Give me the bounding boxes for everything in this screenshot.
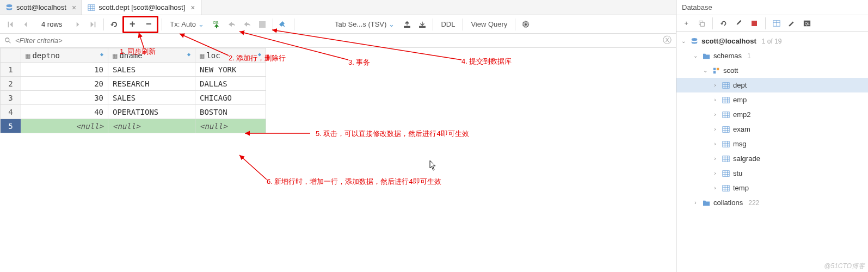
tree-node-schemas[interactable]: ⌄ schemas 1 [676,48,868,63]
cell[interactable]: <null> [108,119,195,133]
cell[interactable]: SALES [108,63,195,77]
stop-button[interactable] [255,17,269,32]
tree-node-table[interactable]: ›exam [676,122,868,137]
cell[interactable]: 10 [21,63,108,77]
svg-rect-48 [723,141,729,147]
add-row-button[interactable]: + [124,17,140,32]
table-icon [721,126,731,133]
data-view-button[interactable] [770,17,783,30]
chevron-right-icon: › [711,97,719,103]
prev-page-button[interactable] [19,17,33,32]
cell[interactable]: NEW YORK [195,63,266,77]
export-button[interactable] [400,17,414,32]
tree-node-schema-scott[interactable]: ⌄ scott [676,63,868,78]
data-grid: ▦deptno◆ ▦dname◆ ▦loc◆ 1 10 SALES NEW YO… [0,48,676,133]
table-row[interactable]: 3 30 SALES CHICAGO [1,91,266,105]
tab-console[interactable]: scott@localhost × [0,0,82,15]
tree-node-table[interactable]: ›dept [676,78,868,92]
column-header-dname[interactable]: ▦dname◆ [108,48,195,63]
commit-button[interactable]: DB [210,17,224,32]
database-sidebar: Database + QL ⌄ scott@localhost 1 of 19 … [676,0,868,272]
clear-filter-button[interactable]: ⓧ [663,35,672,46]
table-row[interactable]: 2 20 RESEARCH DALLAS [1,77,266,91]
tx-mode-dropdown[interactable]: Tx: Auto ⌄ [165,20,208,28]
import-button[interactable] [415,17,429,32]
chevron-down-icon: ⌄ [389,20,395,28]
chevron-right-icon: › [711,82,719,88]
rollback-button[interactable] [225,17,239,32]
table-row[interactable]: 4 40 OPERATIONS BOSTON [1,105,266,119]
chevron-right-icon: › [711,126,719,132]
last-page-button[interactable] [86,17,100,32]
table-row[interactable]: 1 10 SALES NEW YORK [1,63,266,77]
tree-node-table[interactable]: ›temp [676,181,868,195]
properties-button[interactable] [732,17,746,30]
tree-node-connection[interactable]: ⌄ scott@localhost 1 of 19 [676,34,868,48]
svg-rect-43 [723,126,729,132]
table-row-new[interactable]: 5 <null> <null> <null> [1,119,266,133]
column-header-deptno[interactable]: ▦deptno◆ [21,48,108,63]
table-icon [721,155,731,163]
sidebar-title: Database [676,0,868,15]
svg-rect-58 [723,170,729,176]
stop-button[interactable] [748,17,761,30]
filter-input[interactable] [15,36,663,45]
cell[interactable]: RESEARCH [108,77,195,91]
table-toolbar: 4 rows + − Tx: Auto ⌄ DB Tab Se...s (TSV… [0,15,676,34]
ddl-button[interactable]: DDL [436,20,459,28]
add-datasource-button[interactable]: + [680,17,693,30]
cell[interactable]: CHICAGO [195,91,266,105]
cell[interactable]: <null> [21,119,108,133]
tree-node-collations[interactable]: › collations 222 [676,195,868,210]
close-icon[interactable]: × [72,3,76,12]
tab-separator-dropdown[interactable]: Tab Se...s (TSV) ⌄ [330,20,399,28]
table-icon [721,170,731,177]
console-button[interactable]: QL [801,17,814,30]
svg-rect-6 [259,21,266,28]
edit-button[interactable] [785,17,798,30]
table-icon [88,4,95,11]
cell[interactable]: OPERATIONS [108,105,195,119]
column-header-loc[interactable]: ▦loc◆ [195,48,266,63]
refresh-button[interactable] [107,17,121,32]
table-icon [721,140,731,148]
revert-button[interactable] [240,17,254,32]
cell[interactable]: 20 [21,77,108,91]
database-icon [5,4,13,11]
tree-node-table[interactable]: ›emp [676,92,868,107]
chevron-down-icon: ⌄ [692,53,699,59]
cell[interactable]: 40 [21,105,108,119]
table-icon [721,82,731,89]
table-icon [721,111,731,119]
tab-label: scott@localhost [16,3,66,11]
close-icon[interactable]: × [190,3,195,12]
database-icon [690,38,699,45]
cell[interactable]: SALES [108,91,195,105]
tab-table-dept[interactable]: scott.dept [scott@localhost] × [82,0,201,15]
svg-rect-28 [723,82,729,88]
cell[interactable]: <null> [195,119,266,133]
next-page-button[interactable] [71,17,85,32]
settings-button[interactable] [519,17,533,32]
view-query-button[interactable]: View Query [466,20,512,28]
svg-rect-38 [723,112,729,118]
tree-node-table[interactable]: ›stu [676,166,868,181]
chevron-right-icon: › [692,200,699,206]
sidebar-toolbar: + QL [676,15,868,32]
svg-rect-18 [700,22,704,26]
chevron-right-icon: › [711,141,719,147]
cell[interactable]: 30 [21,91,108,105]
svg-line-16 [239,155,267,180]
chevron-right-icon: › [711,170,719,176]
tree-node-table[interactable]: ›msg [676,137,868,151]
pin-button[interactable] [276,17,291,32]
duplicate-button[interactable] [695,17,708,30]
cell[interactable]: DALLAS [195,77,266,91]
svg-rect-26 [717,67,719,70]
tree-node-table[interactable]: ›emp2 [676,107,868,122]
first-page-button[interactable] [3,17,17,32]
tree-node-table[interactable]: ›salgrade [676,151,868,166]
cell[interactable]: BOSTON [195,105,266,119]
refresh-button[interactable] [717,17,730,30]
remove-row-button[interactable]: − [140,17,157,32]
